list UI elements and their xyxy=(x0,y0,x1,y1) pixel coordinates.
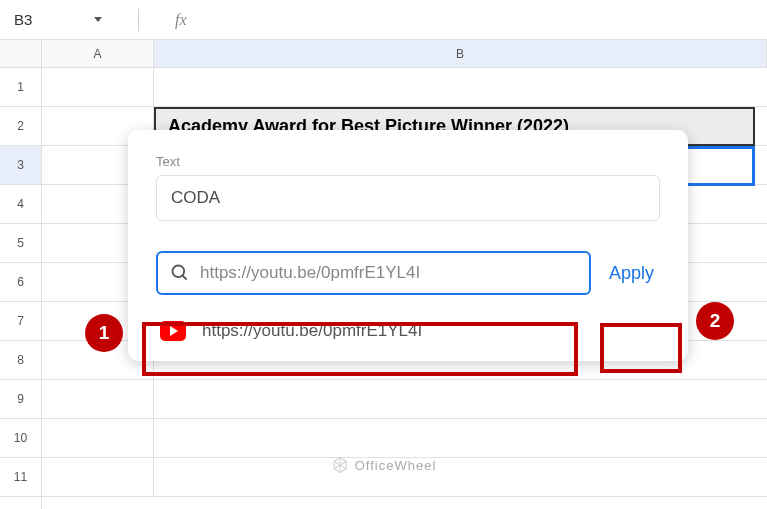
link-input-wrap[interactable] xyxy=(156,251,591,295)
row-header-7[interactable]: 7 xyxy=(0,302,41,341)
row-header-5[interactable]: 5 xyxy=(0,224,41,263)
name-box-bar: B3 fx xyxy=(0,0,767,40)
annotation-badge-2: 2 xyxy=(696,302,734,340)
row-header-3[interactable]: 3 xyxy=(0,146,41,185)
name-box[interactable]: B3 xyxy=(8,7,108,32)
row-header-2[interactable]: 2 xyxy=(0,107,41,146)
row-header-10[interactable]: 10 xyxy=(0,419,41,458)
chevron-down-icon[interactable] xyxy=(94,17,102,22)
row-headers: 1 2 3 4 5 6 7 8 9 10 11 xyxy=(0,40,42,509)
row-header-4[interactable]: 4 xyxy=(0,185,41,224)
watermark-text: OfficeWheel xyxy=(355,458,437,473)
column-header-B[interactable]: B xyxy=(154,40,767,67)
text-input[interactable]: CODA xyxy=(156,175,660,221)
column-header-A[interactable]: A xyxy=(42,40,154,67)
row-header-8[interactable]: 8 xyxy=(0,341,41,380)
logo-icon xyxy=(331,456,349,474)
column-headers: A B xyxy=(42,40,767,68)
row-header-11[interactable]: 11 xyxy=(0,458,41,497)
text-field-label: Text xyxy=(156,154,660,169)
link-row: Apply xyxy=(156,251,660,295)
search-icon xyxy=(170,263,190,283)
cell-reference: B3 xyxy=(14,11,32,28)
youtube-icon xyxy=(160,321,186,341)
svg-line-1 xyxy=(183,276,187,280)
annotation-badge-1: 1 xyxy=(85,314,123,352)
fx-icon: fx xyxy=(175,11,187,29)
watermark: OfficeWheel xyxy=(331,456,437,474)
row-header-6[interactable]: 6 xyxy=(0,263,41,302)
link-suggestion[interactable]: https://youtu.be/0pmfrE1YL4I xyxy=(156,321,660,341)
row-header-9[interactable]: 9 xyxy=(0,380,41,419)
row-header-1[interactable]: 1 xyxy=(0,68,41,107)
apply-button[interactable]: Apply xyxy=(603,253,660,294)
link-input[interactable] xyxy=(200,263,577,283)
suggestion-text: https://youtu.be/0pmfrE1YL4I xyxy=(202,321,422,341)
divider xyxy=(138,9,139,31)
svg-point-0 xyxy=(173,266,185,278)
insert-link-popup: Text CODA Apply https://youtu.be/0pmfrE1… xyxy=(128,130,688,361)
select-all-corner[interactable] xyxy=(0,40,41,68)
